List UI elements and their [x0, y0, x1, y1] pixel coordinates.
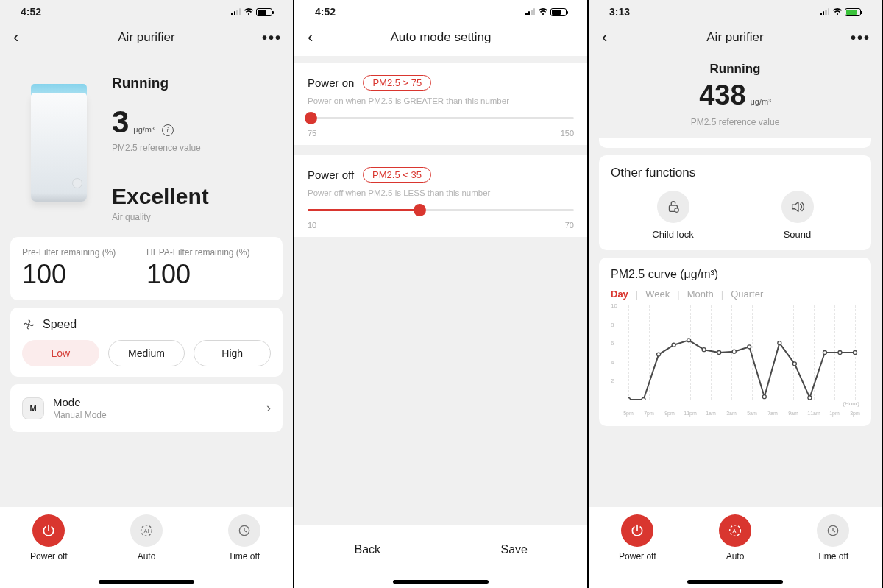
sound-button[interactable]	[781, 191, 814, 223]
svg-point-13	[732, 350, 736, 353]
other-functions-title: Other functions	[611, 166, 859, 180]
chart-hour-label: (Hour)	[843, 400, 859, 407]
svg-point-18	[808, 396, 812, 400]
status-time: 3:13	[609, 6, 630, 18]
page-title: Air purifier	[31, 30, 262, 45]
tab-day[interactable]: Day	[611, 288, 628, 300]
back-text-button[interactable]: Back	[294, 525, 441, 588]
power-on-title: Power on	[308, 77, 354, 89]
power-on-section: Power on PM2.5 > 75 Power on when PM2.5 …	[294, 63, 587, 145]
auto-button[interactable]: AI	[130, 514, 163, 547]
mode-card[interactable]: M Mode Manual Mode ›	[10, 384, 283, 432]
chart-card: PM2.5 curve (μg/m³) Day | Week | Month |…	[599, 258, 871, 426]
clock-icon	[826, 523, 840, 538]
pm-unit: μg/m³	[133, 125, 154, 134]
save-button[interactable]: Save	[441, 525, 588, 588]
lock-icon	[665, 199, 681, 215]
timer-label: Time off	[800, 551, 866, 562]
timer-button[interactable]	[228, 514, 260, 547]
power-on-min: 75	[308, 129, 316, 138]
power-on-chip: PM2.5 > 75	[363, 75, 431, 91]
power-off-button[interactable]	[621, 514, 653, 547]
timer-label: Time off	[211, 551, 277, 562]
status-bar: 3:13	[589, 0, 882, 18]
power-icon	[41, 523, 56, 538]
slider-thumb[interactable]	[414, 204, 426, 216]
back-button[interactable]: ‹	[602, 28, 620, 47]
mode-icon: M	[22, 397, 44, 419]
svg-point-6	[628, 398, 631, 400]
nav-bar: ‹ Air purifier •••	[589, 18, 882, 56]
power-off-button[interactable]	[32, 514, 65, 547]
status-label: Running	[589, 62, 882, 77]
svg-point-10	[687, 339, 691, 342]
nav-bar: ‹ Auto mode setting	[294, 18, 587, 56]
device-image	[18, 77, 99, 209]
status-bar: 4:52	[294, 0, 587, 18]
pm-ref-label: PM2.5 reference value	[589, 117, 882, 127]
cellular-icon	[525, 6, 536, 18]
auto-label: Auto	[702, 551, 768, 562]
tab-week[interactable]: Week	[645, 288, 670, 300]
info-icon[interactable]: i	[162, 124, 174, 136]
back-button[interactable]: ‹	[308, 28, 325, 47]
speed-high-button[interactable]: High	[194, 340, 271, 366]
home-indicator	[393, 580, 489, 584]
speed-medium-button[interactable]: Medium	[108, 340, 185, 366]
home-indicator	[99, 580, 194, 584]
status-label: Running	[112, 75, 280, 91]
page-title: Auto mode setting	[325, 30, 556, 45]
more-button[interactable]: •••	[262, 29, 280, 46]
slider-thumb[interactable]	[305, 112, 317, 124]
power-off-slider[interactable]	[308, 202, 574, 219]
quality-value: Excellent	[112, 184, 280, 209]
svg-point-7	[642, 398, 645, 400]
sound-label: Sound	[753, 229, 842, 240]
hepa-filter-label: HEPA-Filter remaining (%)	[146, 247, 271, 258]
speed-card: Speed Low Medium High	[10, 308, 283, 377]
pm-curve-chart: (Hour) 2468105pm7pm9pm11pm1am3am5am7am9a…	[611, 305, 859, 416]
power-on-slider[interactable]	[308, 110, 574, 127]
power-off-min: 10	[308, 221, 316, 230]
chevron-right-icon: ›	[266, 400, 271, 416]
power-on-max: 150	[561, 129, 574, 138]
svg-point-14	[748, 345, 751, 349]
sound-icon	[790, 199, 806, 215]
nav-bar: ‹ Air purifier •••	[0, 18, 293, 56]
power-off-section: Power off PM2.5 < 35 Power off when PM2.…	[294, 155, 587, 237]
power-off-max: 70	[565, 221, 574, 230]
auto-button[interactable]: AI	[719, 514, 751, 547]
wifi-icon	[538, 8, 548, 15]
mode-title: Mode	[53, 396, 258, 408]
chart-tabs: Day | Week | Month | Quarter	[611, 288, 859, 300]
back-button[interactable]: ‹	[13, 28, 31, 47]
bottom-bar: Power off AI Auto Time off	[589, 507, 882, 588]
speed-low-button[interactable]: Low	[22, 340, 99, 366]
timer-button[interactable]	[817, 514, 849, 547]
svg-point-12	[717, 351, 721, 355]
clock-icon	[237, 523, 252, 538]
pm-unit: μg/m³	[751, 97, 771, 106]
save-bar: Back Save	[294, 525, 587, 588]
svg-text:AI: AI	[733, 528, 738, 534]
wifi-icon	[832, 8, 843, 15]
auto-label: Auto	[113, 551, 180, 562]
svg-point-9	[672, 343, 675, 347]
tab-quarter[interactable]: Quarter	[731, 288, 763, 300]
tab-month[interactable]: Month	[687, 288, 714, 300]
mode-subtitle: Manual Mode	[53, 410, 258, 420]
power-off-desc: Power off when PM2.5 is LESS than this n…	[308, 188, 574, 197]
speed-label: Speed	[43, 318, 77, 331]
status-time: 4:52	[315, 6, 336, 18]
device-hero: Running 3 μg/m³ i PM2.5 reference value …	[0, 56, 293, 230]
battery-charging-icon	[845, 8, 861, 16]
child-lock-button[interactable]	[657, 191, 689, 223]
power-off-chip: PM2.5 < 35	[363, 167, 431, 183]
wifi-icon	[244, 8, 254, 15]
svg-point-5	[674, 208, 678, 213]
pm-value: 438	[699, 79, 745, 111]
svg-point-16	[778, 341, 781, 345]
more-button[interactable]: •••	[851, 29, 868, 46]
power-on-desc: Power on when PM2.5 is GREATER than this…	[308, 96, 574, 105]
svg-point-15	[762, 395, 766, 399]
